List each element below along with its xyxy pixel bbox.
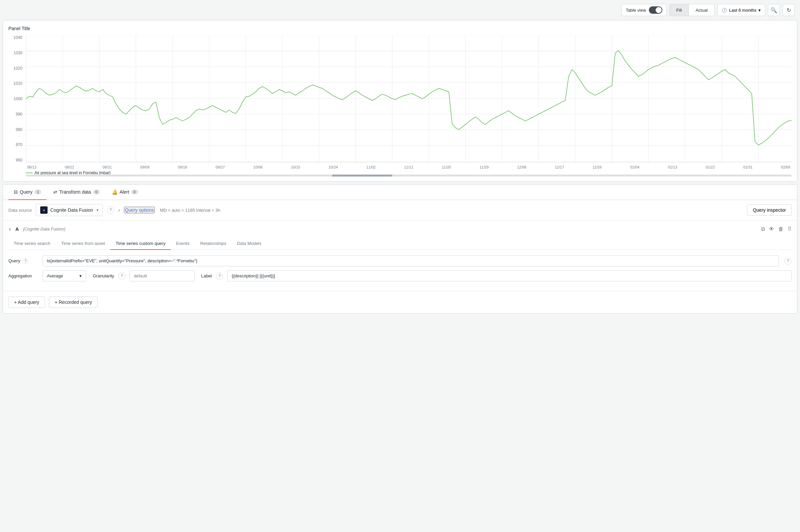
y-label-1040: 1040 [13, 35, 22, 40]
alert-tab-icon: 🔔 [112, 189, 118, 195]
query-input[interactable] [42, 255, 779, 266]
x-axis: 08/13 08/22 08/31 09/09 09/18 09/27 10/0… [26, 165, 792, 169]
hide-query-icon[interactable]: 👁 [769, 226, 774, 232]
datasource-chevron-icon: ▾ [96, 208, 98, 212]
panel-title: Panel Title [8, 26, 792, 31]
label-info-icon[interactable]: ? [216, 272, 223, 280]
aggregation-label: Aggregation [8, 273, 39, 279]
x-label-0122: 01/22 [706, 165, 715, 169]
x-label-1120: 11/20 [442, 165, 451, 169]
x-label-0113: 01/13 [668, 165, 678, 169]
chart-scrollbar[interactable] [26, 174, 792, 176]
x-label-0209: 02/09 [781, 165, 790, 169]
query-input-row: Query ? ? [8, 255, 792, 266]
sub-tab-relationships-label: Relationships [200, 241, 226, 246]
drag-handle-icon[interactable]: ⠿ [787, 226, 792, 232]
alert-tab-label: Alert [120, 189, 129, 195]
query-letter: A [15, 226, 19, 232]
aggregation-row: Aggregation Average ▾ Granularity ? Labe… [8, 270, 792, 281]
query-tab-icon: ⊟ [14, 189, 18, 195]
delete-query-icon[interactable]: 🗑 [778, 226, 784, 232]
y-label-980: 980 [16, 127, 22, 132]
query-block-a: ∨ A (Cognite Data Fusion) ⧉ 👁 🗑 ⠿ Time s… [3, 221, 797, 291]
x-label-1129: 11/29 [479, 165, 489, 169]
x-label-1217: 12/17 [555, 165, 564, 169]
datasource-icon: ◆ [40, 206, 47, 214]
info-icon: ? [110, 208, 112, 212]
sub-tab-custom-query-label: Time series custom query [116, 241, 165, 246]
datasource-label: Data source [8, 208, 32, 213]
x-label-0822: 08/22 [65, 165, 74, 169]
query-info-icon[interactable]: ? [23, 258, 28, 264]
aggregation-chevron-icon: ▾ [79, 273, 82, 279]
chart-container: 1040 1030 1020 1010 1000 990 980 970 960 [8, 35, 792, 176]
y-label-990: 990 [16, 112, 22, 117]
granularity-input[interactable] [130, 270, 195, 281]
y-label-1010: 1010 [13, 81, 22, 86]
copy-query-icon[interactable]: ⧉ [761, 226, 765, 232]
recorded-query-button[interactable]: + Recorded query [49, 297, 98, 308]
time-range-button[interactable]: 🕐 Last 6 months ▾ [717, 4, 765, 16]
top-toolbar: Table view Fill Actual 🕐 Last 6 months ▾… [3, 3, 797, 17]
datasource-info-button[interactable]: ? [107, 206, 114, 214]
sub-tab-events[interactable]: Events [171, 238, 195, 250]
sub-tab-time-series-search[interactable]: Time series search [8, 238, 56, 250]
add-query-button[interactable]: + Add query [8, 297, 45, 308]
query-source-name: (Cognite Data Fusion) [23, 226, 65, 231]
chevron-down-icon: ▾ [759, 8, 761, 13]
legend-line [26, 173, 33, 173]
scrollbar-thumb[interactable] [332, 174, 392, 176]
query-block-header: ∨ A (Cognite Data Fusion) ⧉ 👁 🗑 ⠿ [8, 226, 792, 232]
datasource-name: Cognite Data Fusion [50, 207, 94, 213]
x-label-1015: 10/15 [291, 165, 301, 169]
tab-transform[interactable]: ⇄ Transform data 0 [48, 185, 105, 200]
query-options-meta: MD = auto = 1185 Interval = 3h [160, 208, 221, 213]
transform-tab-label: Transform data [59, 189, 91, 195]
x-label-1208: 12/08 [517, 165, 527, 169]
chart-inner [26, 35, 792, 163]
tabs-bar: ⊟ Query 1 ⇄ Transform data 0 🔔 Alert 0 [3, 185, 797, 200]
zoom-out-button[interactable]: 🔍 [768, 4, 780, 16]
table-view-label: Table view [626, 8, 646, 13]
tab-query[interactable]: ⊟ Query 1 [8, 185, 46, 200]
granularity-info-icon[interactable]: ? [118, 272, 126, 280]
aggregation-value: Average [47, 273, 63, 279]
query-tab-label: Query [20, 189, 33, 195]
sub-tabs: Time series search Time series from asse… [8, 238, 792, 250]
x-label-1111: 11/11 [404, 165, 413, 169]
refresh-button[interactable]: ↻ [783, 4, 795, 16]
y-axis: 1040 1030 1020 1010 1000 990 980 970 960 [8, 35, 25, 163]
zoom-minus-icon: 🔍 [770, 7, 777, 13]
granularity-label: Granularity [93, 273, 114, 279]
sub-tab-time-series-asset[interactable]: Time series from asset [56, 238, 110, 250]
collapse-button[interactable]: ∨ [8, 227, 12, 231]
table-view-switch[interactable] [649, 6, 662, 14]
y-label-960: 960 [16, 158, 22, 163]
time-range-label: Last 6 months [729, 8, 757, 13]
sub-tab-data-models[interactable]: Data Models [231, 238, 267, 250]
fill-button[interactable]: Fill [670, 4, 689, 16]
query-options-button[interactable]: Query options [124, 207, 154, 213]
transform-tab-badge: 0 [93, 190, 100, 194]
query-input-info-icon[interactable]: ? [784, 257, 792, 265]
query-field-label: Query ? [8, 258, 39, 264]
x-label-0927: 09/27 [216, 165, 225, 169]
main-container: Table view Fill Actual 🕐 Last 6 months ▾… [0, 0, 800, 532]
tab-alert[interactable]: 🔔 Alert 0 [107, 185, 144, 200]
sub-tab-relationships[interactable]: Relationships [195, 238, 231, 250]
x-label-0813: 08/13 [27, 165, 37, 169]
fill-actual-group: Fill Actual [669, 4, 715, 16]
x-label-1024: 10/24 [329, 165, 338, 169]
query-inspector-button[interactable]: Query inspector [747, 204, 792, 216]
refresh-icon: ↻ [787, 7, 791, 13]
datasource-select[interactable]: ◆ Cognite Data Fusion ▾ [36, 204, 103, 216]
sub-tab-custom-query[interactable]: Time series custom query [110, 238, 171, 250]
arrow-right-icon: › [118, 207, 120, 213]
datasource-row: Data source ◆ Cognite Data Fusion ▾ ? › … [3, 200, 797, 221]
table-view-toggle[interactable]: Table view [622, 4, 667, 16]
x-label-1226: 12/26 [593, 165, 602, 169]
actual-button[interactable]: Actual [689, 4, 714, 16]
aggregation-select[interactable]: Average ▾ [42, 270, 86, 281]
clock-icon: 🕐 [722, 8, 727, 13]
label-input[interactable] [227, 270, 792, 281]
